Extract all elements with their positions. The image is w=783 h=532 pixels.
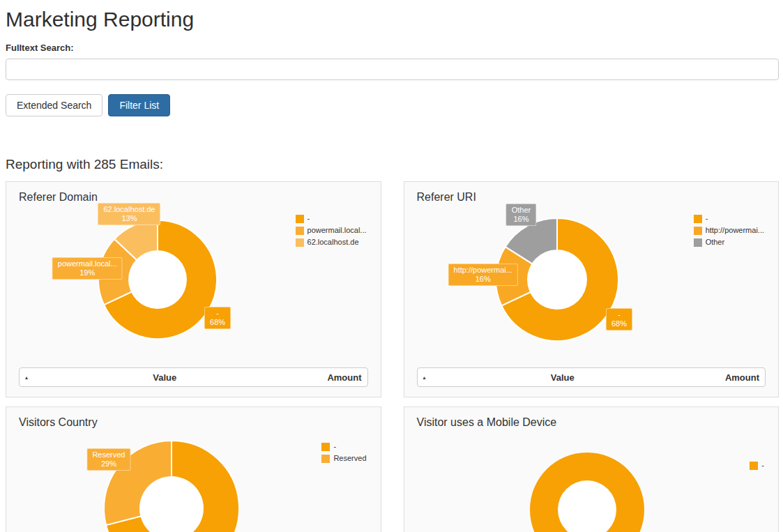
legend-label: -	[761, 459, 764, 471]
chart-legend: -http://powermai...Other	[694, 213, 764, 248]
referer-domain-panel: Referer Domain -68%powermail.local...19%…	[6, 181, 381, 397]
legend-color-icon	[321, 455, 330, 463]
chart-area: -71%Reserved29%-Reserved	[6, 431, 381, 532]
chart-legend: -	[750, 459, 764, 471]
legend-color-icon	[321, 443, 330, 451]
result-table-header: ▴ Value Amount	[417, 367, 766, 387]
legend-color-icon	[296, 215, 304, 223]
legend-label: -	[307, 213, 310, 225]
legend-color-icon	[750, 462, 758, 470]
chart-area: -68%http://powermai...16%Other16%-http:/…	[404, 206, 779, 367]
legend-label: -	[333, 441, 336, 453]
slice-label: -68%	[204, 307, 231, 329]
legend-color-icon	[694, 227, 702, 235]
amount-column-header[interactable]: Amount	[291, 372, 367, 383]
visitors-country-panel: Visitors Country -71%Reserved29%-Reserve…	[6, 406, 381, 532]
sort-caret-icon[interactable]: ▴	[20, 374, 39, 381]
slice-label: Other16%	[506, 204, 537, 226]
chart-area: -	[404, 431, 779, 532]
page-title: Marketing Reporting	[6, 7, 779, 32]
legend-label: http://powermai...	[706, 225, 764, 236]
slice-label: 62.localhost.de13%	[98, 203, 160, 225]
fulltext-search-label: Fulltext Search:	[6, 43, 779, 53]
value-column-header[interactable]: Value	[437, 372, 689, 383]
slice-label: http://powermai...16%	[448, 264, 518, 286]
legend-item[interactable]: -	[321, 441, 366, 453]
legend-label: -	[706, 213, 708, 225]
legend-item[interactable]: -	[296, 213, 367, 225]
chart-area: -68%powermail.local...19%62.localhost.de…	[6, 206, 381, 367]
value-column-header[interactable]: Value	[39, 372, 291, 383]
reporting-heading: Reporting with 285 Emails:	[6, 157, 779, 172]
button-row: Extended Search Filter List	[6, 94, 779, 116]
legend-item[interactable]: 62.localhost.de	[296, 236, 367, 248]
legend-item[interactable]: Reserved	[321, 453, 366, 464]
donut-chart	[404, 431, 778, 532]
legend-color-icon	[296, 227, 304, 235]
legend-label: Reserved	[333, 453, 366, 464]
legend-item[interactable]: powermail.local...	[296, 225, 367, 236]
legend-color-icon	[296, 238, 304, 247]
mobile-device-panel: Visitor uses a Mobile Device - ▴ Value A…	[404, 406, 780, 532]
legend-color-icon	[694, 215, 702, 223]
slice-label: Reserved29%	[86, 448, 130, 471]
extended-search-button[interactable]: Extended Search	[6, 94, 102, 116]
chart-title: Referer Domain	[6, 182, 381, 204]
legend-label: powermail.local...	[307, 225, 367, 236]
chart-legend: -Reserved	[321, 441, 366, 464]
referer-uri-panel: Referer URI -68%http://powermai...16%Oth…	[404, 181, 780, 397]
filter-list-button[interactable]: Filter List	[108, 94, 170, 116]
fulltext-search-input[interactable]	[6, 59, 779, 80]
legend-label: Other	[706, 236, 725, 248]
legend-color-icon	[694, 238, 702, 247]
legend-item[interactable]: Other	[694, 236, 764, 248]
slice-label: powermail.local...19%	[52, 257, 123, 280]
legend-item[interactable]: http://powermai...	[694, 225, 764, 236]
chart-title: Referer URI	[404, 182, 779, 204]
sort-caret-icon[interactable]: ▴	[418, 374, 437, 381]
legend-label: 62.localhost.de	[307, 236, 359, 248]
report-panel-grid: Referer Domain -68%powermail.local...19%…	[6, 181, 779, 532]
donut-hole	[527, 250, 587, 310]
result-table-header: ▴ Value Amount	[19, 367, 368, 387]
chart-title: Visitor uses a Mobile Device	[404, 407, 779, 430]
legend-item[interactable]: -	[750, 459, 764, 471]
legend-item[interactable]: -	[694, 213, 764, 225]
chart-legend: -powermail.local...62.localhost.de	[296, 213, 367, 248]
slice-label: -68%	[606, 308, 632, 330]
donut-hole	[128, 250, 187, 309]
amount-column-header[interactable]: Amount	[688, 372, 765, 383]
page: Marketing Reporting Fulltext Search: Ext…	[0, 0, 783, 532]
chart-title: Visitors Country	[6, 407, 381, 430]
